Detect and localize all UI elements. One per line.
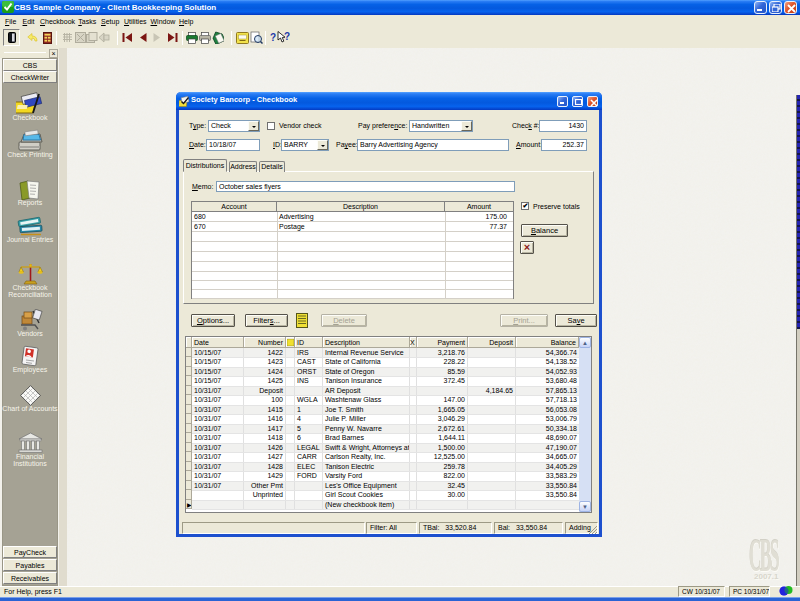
svg-text:?: ? [284,31,290,42]
